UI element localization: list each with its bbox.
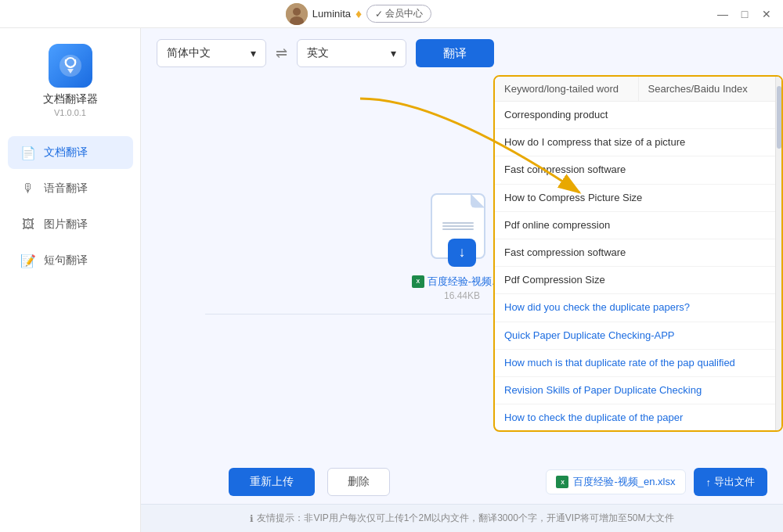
image-icon: 🖼 [20,217,36,232]
scrollbar-thumb [777,86,781,149]
sidebar-item-short[interactable]: 📝 短句翻译 [8,244,133,277]
info-icon: ℹ [250,513,254,524]
bottom-tip: ℹ 友情提示：非VIP用户每次仅可上传1个2M以内文件，翻译3000个字，开通V… [141,504,783,532]
username-label: Luminita [312,8,351,20]
action-bar: 重新上传 删除 [141,468,478,496]
dropdown-arrow-icon: ▾ [251,47,256,59]
content-area: 简体中文 ▾ ⇌ 英文 ▾ 翻译 ↓ X 百度经验-视频. [141,28,783,532]
dropdown-item[interactable]: Corresponding product [495,102,781,129]
scrollbar-track[interactable] [775,77,781,430]
sidebar-item-doc[interactable]: 📄 文档翻译 [8,136,133,169]
output-bar: X 百度经验-视频_en.xlsx ↑ 导出文件 [546,468,767,496]
swap-icon[interactable]: ⇌ [276,45,287,62]
dropdown-item[interactable]: Quick Paper Duplicate Checking-APP [495,322,781,350]
avatar [286,3,308,25]
dropdown-item[interactable]: Fast compression software [495,239,781,267]
tip-text: 友情提示：非VIP用户每次仅可上传1个2M以内文件，翻译3000个字，开通VIP… [257,512,673,525]
output-file-label: 百度经验-视频_en.xlsx [573,475,675,489]
xlsx-badge: X [412,275,424,288]
vip-center-button[interactable]: ✓ 会员中心 [366,5,431,23]
short-icon: 📝 [20,253,36,268]
file-lines [442,221,474,232]
title-bar: Luminita ♦ ✓ 会员中心 — □ ✕ [0,0,783,28]
sidebar: 文档翻译器 V1.0.0.1 📄 文档翻译 🎙 语音翻译 🖼 图片翻译 📝 短句… [0,28,141,532]
delete-button[interactable]: 删除 [327,468,390,496]
app-title: 文档翻译器 [43,92,98,106]
file-size: 16.44KB [444,290,480,301]
sidebar-item-voice-label: 语音翻译 [44,182,88,196]
dropdown-item[interactable]: How did you check the duplicate papers? [495,294,781,322]
app-version: V1.0.0.1 [54,108,86,117]
doc-icon: 📄 [20,145,36,160]
sidebar-item-image-label: 图片翻译 [44,217,88,232]
target-lang-label: 英文 [307,46,329,60]
dropdown-popup: Keyword/long-tailed word Searches/Baidu … [493,75,783,432]
download-badge: ↓ [448,239,476,267]
minimize-button[interactable]: — [714,5,731,23]
dropdown-header: Keyword/long-tailed word Searches/Baidu … [495,77,781,102]
dropdown-item[interactable]: How to Compress Picture Size [495,185,781,212]
dropdown-item[interactable]: Revision Skills of Paper Duplicate Check… [495,377,781,404]
maximize-button[interactable]: □ [736,5,753,23]
dropdown-item[interactable]: Fast compression software [495,156,781,184]
source-lang-label: 简体中文 [167,46,211,60]
dropdown-item[interactable]: How much is that duplicate rate of the p… [495,350,781,377]
output-xlsx-badge: X [556,476,568,488]
sidebar-item-short-label: 短句翻译 [44,253,88,268]
file-icon: ↓ [431,193,493,264]
translate-button[interactable]: 翻译 [416,39,494,67]
crown-icon: ♦ [355,7,362,21]
target-dropdown-arrow-icon: ▾ [391,47,396,59]
dropdown-col1-header: Keyword/long-tailed word [495,77,639,101]
dropdown-item[interactable]: How to check the duplicate of the paper [495,404,781,430]
close-button[interactable]: ✕ [758,5,775,23]
reupload-button[interactable]: 重新上传 [229,468,315,496]
dropdown-col2-header: Searches/Baidu Index [639,77,782,101]
user-info: Luminita ♦ ✓ 会员中心 [286,3,431,25]
svg-point-1 [293,8,301,16]
export-button[interactable]: ↑ 导出文件 [694,468,768,496]
vip-check-icon: ✓ [375,9,383,20]
dropdown-list[interactable]: Corresponding productHow do I compress t… [495,102,781,430]
logo-icon [49,44,92,88]
export-icon: ↑ [706,476,712,488]
output-filename: X 百度经验-视频_en.xlsx [546,469,685,494]
main-layout: 文档翻译器 V1.0.0.1 📄 文档翻译 🎙 语音翻译 🖼 图片翻译 📝 短句… [0,28,783,532]
toolbar: 简体中文 ▾ ⇌ 英文 ▾ 翻译 [141,28,783,78]
target-lang-select[interactable]: 英文 ▾ [297,39,406,67]
dropdown-item[interactable]: Pdf online compression [495,212,781,239]
source-lang-select[interactable]: 简体中文 ▾ [157,39,266,67]
dropdown-item[interactable]: How do I compress that size of a picture [495,129,781,156]
dropdown-item[interactable]: Pdf Compression Size [495,267,781,294]
mic-icon: 🎙 [20,181,36,196]
sidebar-item-voice[interactable]: 🎙 语音翻译 [8,172,133,205]
logo-container: 文档翻译器 V1.0.0.1 [43,44,98,117]
sidebar-item-doc-label: 文档翻译 [44,146,88,160]
sidebar-item-image[interactable]: 🖼 图片翻译 [8,208,133,241]
